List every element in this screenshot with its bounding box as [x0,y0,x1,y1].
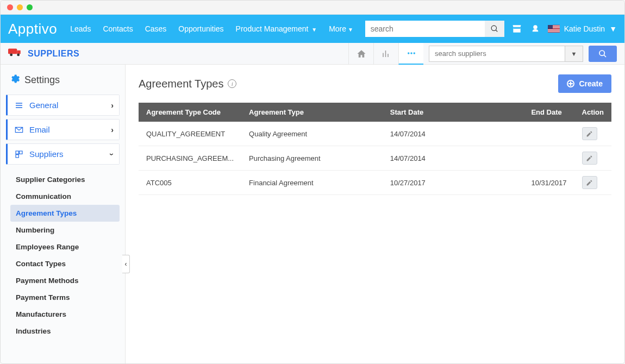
sidebar-subitems: Supplier Categories Communication Agreem… [6,168,120,340]
store-icon[interactable] [511,23,523,35]
th-type[interactable]: Agreement Type [241,103,383,122]
sidebar-item-communication[interactable]: Communication [10,188,120,205]
top-bar: Apptivo Leads Contacts Cases Opportuniti… [1,15,624,43]
caret-down-icon: ▼ [348,27,353,33]
window-close-icon[interactable] [7,4,13,10]
svg-point-7 [413,52,415,54]
sidebar-group-general[interactable]: General › [6,95,120,116]
search-icon [598,49,607,58]
page-title: Agreement Types i [139,78,236,90]
create-button-label: Create [579,79,603,88]
table-row[interactable]: ATC005 Financial Agreement 10/27/2017 10… [139,171,611,195]
body: Settings General › Email › S [1,65,624,363]
sidebar-item-payment-methods[interactable]: Payment Methods [10,272,120,289]
sidebar-item-industries[interactable]: Industries [10,323,120,340]
svg-rect-10 [16,154,18,157]
sidebar-group-label: Suppliers [29,149,64,159]
nav-contacts[interactable]: Contacts [103,24,133,33]
global-search-input[interactable] [365,21,485,37]
svg-rect-2 [17,51,21,54]
cell-type: Financial Agreement [241,171,383,195]
chevron-right-icon: › [111,101,114,110]
global-search [365,21,504,37]
nav-opportunities[interactable]: Opportunities [178,24,223,33]
th-action: Action [574,103,611,122]
sidebar-item-contact-types[interactable]: Contact Types [10,255,120,272]
th-start[interactable]: Start Date [383,103,524,122]
svg-point-6 [410,52,412,54]
flag-us-icon [548,25,560,33]
nav-leads[interactable]: Leads [70,24,91,33]
main-content: Agreement Types i Create Agreement Type … [126,65,624,363]
brand-logo[interactable]: Apptivo [8,21,65,37]
nav-product-management[interactable]: Product Management ▼ [236,24,317,33]
table-row[interactable]: PURCHASING_AGREEM... Purchasing Agreemen… [139,146,611,171]
svg-rect-8 [16,151,18,154]
pencil-icon [586,155,593,162]
sidebar-collapse-handle[interactable]: ‹ [122,255,130,273]
top-right: Katie Dustin ▼ [365,21,617,37]
notification-icon[interactable] [529,23,541,35]
th-code[interactable]: Agreement Type Code [139,103,241,122]
caret-down-icon: ▼ [310,27,317,33]
sidebar-group-label: Email [29,125,50,134]
user-name: Katie Dustin [564,24,605,33]
user-menu[interactable]: Katie Dustin ▼ [548,24,617,33]
window-zoom-icon[interactable] [27,4,33,10]
pencil-icon [586,179,593,186]
table-row[interactable]: QUALITY_AGREEMENT Quality Agreement 14/0… [139,122,611,146]
chevron-down-icon: ▼ [571,51,577,57]
th-end[interactable]: End Date [523,103,574,122]
nav-more[interactable]: More▼ [329,24,353,33]
supplier-search-dropdown[interactable]: ▼ [565,46,583,62]
search-icon [491,25,498,33]
sidebar-item-manufacturers[interactable]: Manufacturers [10,306,120,323]
app-window: Apptivo Leads Contacts Cases Opportuniti… [0,0,625,364]
cell-end [523,122,574,146]
sidebar-group-email[interactable]: Email › [6,119,120,140]
reports-button[interactable] [373,43,398,65]
cell-end: 10/31/2017 [523,171,574,195]
cell-type: Purchasing Agreement [241,146,383,171]
edit-button[interactable] [582,176,597,189]
sidebar-item-supplier-categories[interactable]: Supplier Categories [10,171,120,188]
nav-cases[interactable]: Cases [145,24,167,33]
sidebar-title-text: Settings [24,74,60,86]
bar-chart-icon [382,49,391,59]
module-bar: SUPPLIERS ▼ [1,43,624,65]
pencil-icon [586,130,593,137]
edit-button[interactable] [582,152,597,165]
supplier-search-input[interactable] [429,46,565,62]
plus-circle-icon [567,80,574,87]
sidebar-item-payment-terms[interactable]: Payment Terms [10,289,120,306]
nav-more-label: More [329,24,346,33]
caret-down-icon: ▼ [609,24,617,33]
svg-point-3 [10,53,12,56]
svg-rect-9 [20,151,22,154]
grid-icon [14,150,24,159]
home-button[interactable] [348,43,373,65]
chevron-right-icon: › [111,125,114,134]
cell-code: ATC005 [146,179,234,187]
sidebar-item-employees-range[interactable]: Employees Range [10,239,120,255]
global-search-button[interactable] [485,21,504,37]
mail-icon [14,125,24,134]
svg-point-4 [17,53,20,56]
info-icon[interactable]: i [228,79,236,88]
home-icon [357,49,366,59]
more-actions-button[interactable] [398,43,423,65]
window-chrome [1,1,624,15]
window-minimize-icon[interactable] [17,4,23,10]
sidebar-item-numbering[interactable]: Numbering [10,222,120,239]
module-title: SUPPLIERS [8,47,79,60]
svg-point-0 [533,25,538,29]
nav-product-management-label: Product Management [236,24,309,33]
sidebar-group-suppliers[interactable]: Suppliers › [6,143,120,165]
top-nav: Leads Contacts Cases Opportunities Produ… [70,24,353,33]
sidebar-item-agreement-types[interactable]: Agreement Types [10,205,120,222]
supplier-search-button[interactable] [589,46,617,62]
create-button[interactable]: Create [558,74,611,93]
edit-button[interactable] [582,127,597,140]
cell-code: PURCHASING_AGREEM... [146,154,234,162]
chevron-left-icon: ‹ [125,260,127,268]
